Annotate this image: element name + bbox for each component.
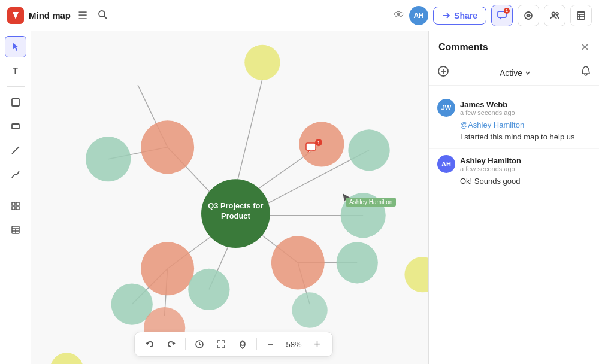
menu-icon[interactable]: ☰ (75, 7, 90, 25)
toolbar-divider-1 (7, 86, 25, 87)
comment-meta: James Webb a few seconds ago (460, 100, 515, 116)
left-toolbar: T (0, 31, 31, 364)
commenter-name: James Webb (460, 100, 515, 109)
zoom-out-button[interactable]: − (262, 336, 280, 353)
zoom-level: 58% (283, 340, 305, 349)
notification-badge: 1 (504, 8, 510, 14)
chat-icon-button[interactable] (518, 5, 539, 26)
header: Mind map ☰ 👁 AH Share 1 (0, 0, 599, 31)
svg-rect-16 (16, 207, 19, 210)
svg-point-45 (337, 242, 378, 283)
select-tool-button[interactable] (5, 36, 26, 57)
undo-button[interactable] (141, 336, 159, 353)
svg-rect-10 (12, 99, 19, 106)
svg-text:Product: Product (221, 211, 250, 220)
comments-panel: Comments ✕ Active JW James Webb (428, 31, 599, 364)
commenter-avatar: AH (437, 155, 455, 173)
svg-rect-13 (12, 202, 15, 205)
svg-point-49 (404, 257, 428, 292)
svg-point-48 (244, 45, 280, 80)
rect-tool-button[interactable] (5, 116, 26, 137)
svg-point-5 (556, 13, 558, 15)
commenter-avatar: JW (437, 99, 455, 117)
svg-rect-15 (12, 207, 15, 210)
main-layout: T (0, 31, 599, 364)
zoom-in-button[interactable]: + (308, 336, 326, 353)
text-tool-button[interactable]: T (5, 60, 26, 81)
comment-time: a few seconds ago (460, 165, 521, 172)
svg-point-40 (271, 236, 325, 289)
redo-button[interactable] (162, 336, 180, 353)
svg-rect-14 (16, 202, 19, 205)
comment-mention: @Ashley Hamilton (460, 120, 524, 129)
comments-header: Comments ✕ (429, 31, 599, 60)
comment-user-row: AH Ashley Hamilton a few seconds ago (437, 155, 591, 173)
notifications-bell-button[interactable] (581, 66, 591, 80)
close-comments-button[interactable]: ✕ (580, 41, 589, 54)
line-tool-button[interactable] (5, 139, 26, 161)
table-tool-button[interactable] (5, 219, 26, 241)
svg-point-47 (188, 269, 229, 310)
canvas-comment-icon[interactable]: 1 (305, 142, 319, 159)
history-button[interactable] (190, 336, 208, 353)
header-right: 👁 AH Share 1 (394, 5, 592, 26)
comment-meta: Ashley Hamilton a few seconds ago (460, 156, 521, 172)
frame-tool-button[interactable] (5, 92, 26, 113)
location-button[interactable] (234, 336, 252, 353)
bottom-toolbar-divider-2 (256, 338, 257, 350)
user-avatar[interactable]: AH (409, 6, 428, 25)
grid-tool-button[interactable] (5, 195, 26, 217)
svg-point-43 (348, 129, 389, 171)
fit-screen-button[interactable] (212, 336, 230, 353)
app-title: Mind map (29, 10, 71, 20)
svg-point-52 (292, 292, 327, 327)
svg-rect-53 (306, 143, 316, 150)
filter-dropdown[interactable]: Active (500, 68, 531, 78)
header-left: Mind map ☰ (7, 7, 110, 25)
bottom-toolbar: − 58% + (134, 332, 333, 357)
svg-line-12 (12, 147, 19, 154)
commenter-name: Ashley Hamilton (460, 156, 521, 165)
comment-item: AH Ashley Hamilton a few seconds ago Ok!… (429, 149, 599, 193)
comment-time: a few seconds ago (460, 109, 515, 116)
svg-point-41 (141, 242, 194, 295)
svg-point-38 (141, 120, 194, 174)
comment-text: Ok! Sounds good (460, 175, 591, 187)
svg-point-0 (99, 11, 105, 17)
svg-point-44 (341, 193, 386, 238)
comment-item: JW James Webb a few seconds ago @Ashley … (429, 93, 599, 149)
comments-icon-button[interactable]: 1 (491, 5, 513, 26)
svg-point-42 (86, 136, 131, 181)
svg-text:Q3 Projects for: Q3 Projects for (208, 201, 263, 210)
svg-point-55 (241, 342, 244, 345)
add-comment-button[interactable] (437, 65, 449, 80)
bottom-toolbar-divider-1 (185, 338, 186, 350)
comments-list: JW James Webb a few seconds ago @Ashley … (429, 86, 599, 364)
svg-rect-6 (577, 12, 585, 19)
svg-point-4 (552, 12, 555, 15)
comments-filter-bar: Active (429, 60, 599, 86)
team-icon-button[interactable] (544, 5, 565, 26)
search-icon[interactable] (95, 7, 110, 25)
app-logo[interactable] (7, 7, 24, 24)
pen-tool-button[interactable] (5, 163, 26, 185)
share-button[interactable]: Share (433, 7, 486, 25)
comment-text: @Ashley Hamilton I started this mind map… (460, 119, 591, 142)
svg-line-1 (104, 16, 107, 19)
mindmap-svg: Q3 Projects for Product (31, 31, 428, 364)
comment-user-row: JW James Webb a few seconds ago (437, 99, 591, 117)
eye-icon: 👁 (394, 9, 404, 22)
svg-rect-11 (12, 124, 19, 129)
comments-title: Comments (438, 42, 488, 53)
pages-icon-button[interactable] (570, 5, 592, 26)
svg-point-50 (50, 353, 83, 364)
canvas-area[interactable]: Q3 Projects for Product (31, 31, 428, 364)
toolbar-divider-2 (7, 190, 25, 190)
